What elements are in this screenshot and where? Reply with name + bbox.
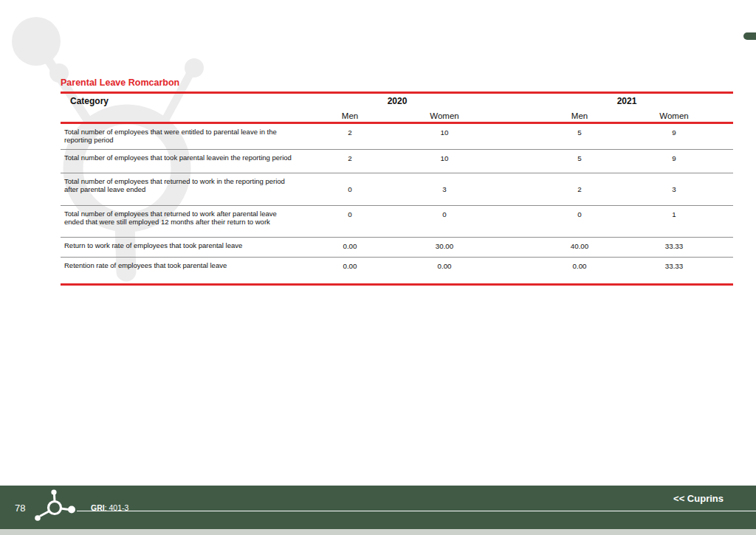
table-row: Retention rate of employees that took pa…: [61, 258, 733, 285]
row-value: 3: [397, 173, 492, 206]
row-label: Retention rate of employees that took pa…: [61, 258, 303, 285]
row-spacer: [492, 258, 532, 285]
row-spacer: [492, 206, 532, 238]
table-row: Total number of employees that were enti…: [61, 123, 733, 150]
row-spacer: [492, 123, 532, 150]
row-value: 0: [303, 173, 397, 206]
row-value: 5: [532, 123, 627, 150]
table-header-years: Category 2020 2021: [61, 93, 733, 109]
row-spacer: [492, 150, 532, 173]
row-label: Total number of employees that returned …: [61, 173, 303, 206]
row-spacer: [721, 238, 733, 258]
row-value: 1: [627, 206, 721, 238]
header-spacer: [721, 109, 733, 123]
header-spacer: [721, 93, 733, 109]
column-header-women-2021: Women: [627, 109, 721, 123]
page-bottom-edge: [0, 529, 756, 535]
report-page: Parental Leave Romcarbon Category 2020 2…: [0, 0, 756, 535]
table-row: Return to work rate of employees that to…: [61, 238, 733, 258]
row-value: 10: [397, 150, 492, 173]
row-label: Total number of employees that were enti…: [61, 123, 303, 150]
footer-bar: 78 GRI: 401-3 << Cuprins: [0, 486, 756, 529]
page-edge-tab: [743, 32, 756, 40]
column-header-2020: 2020: [303, 93, 492, 109]
row-value: 2: [303, 150, 397, 173]
row-value: 0.00: [303, 258, 397, 285]
page-title: Parental Leave Romcarbon: [61, 77, 179, 88]
row-spacer: [721, 206, 733, 238]
row-spacer: [492, 173, 532, 206]
row-label: Return to work rate of employees that to…: [61, 238, 303, 258]
row-value: 33.33: [627, 258, 721, 285]
table-row: Total number of employees that returned …: [61, 173, 733, 206]
header-spacer: [61, 109, 303, 123]
header-spacer: [492, 93, 532, 109]
footer-divider-line: [77, 511, 756, 511]
page-number: 78: [15, 503, 25, 514]
row-value: 0.00: [532, 258, 627, 285]
row-value: 9: [627, 150, 721, 173]
row-value: 0: [303, 206, 397, 238]
table-row: Total number of employees that returned …: [61, 206, 733, 238]
column-header-category: Category: [61, 93, 303, 109]
column-header-women-2020: Women: [397, 109, 492, 123]
row-value: 5: [532, 150, 627, 173]
row-value: 0.00: [303, 238, 397, 258]
table-row: Total number of employees that took pare…: [61, 150, 733, 173]
row-value: 30.00: [397, 238, 492, 258]
molecule-logo-icon: [31, 488, 83, 526]
header-spacer: [492, 109, 532, 123]
row-spacer: [721, 150, 733, 173]
row-spacer: [492, 238, 532, 258]
row-value: 3: [627, 173, 721, 206]
row-value: 0: [397, 206, 492, 238]
column-header-men-2020: Men: [303, 109, 397, 123]
row-value: 2: [303, 123, 397, 150]
row-label: Total number of employees that took pare…: [61, 150, 303, 173]
parental-leave-table: Category 2020 2021 Men Women Men Women T…: [61, 92, 733, 286]
row-spacer: [721, 123, 733, 150]
row-value: 40.00: [532, 238, 627, 258]
row-spacer: [721, 173, 733, 206]
row-spacer: [721, 258, 733, 285]
row-value: 33.33: [627, 238, 721, 258]
column-header-men-2021: Men: [532, 109, 627, 123]
column-header-2021: 2021: [532, 93, 721, 109]
contents-link[interactable]: << Cuprins: [673, 493, 724, 504]
table-header-gender: Men Women Men Women: [61, 109, 733, 123]
row-value: 9: [627, 123, 721, 150]
row-label: Total number of employees that returned …: [61, 206, 303, 238]
row-value: 2: [532, 173, 627, 206]
row-value: 0: [532, 206, 627, 238]
row-value: 0.00: [397, 258, 492, 285]
row-value: 10: [397, 123, 492, 150]
